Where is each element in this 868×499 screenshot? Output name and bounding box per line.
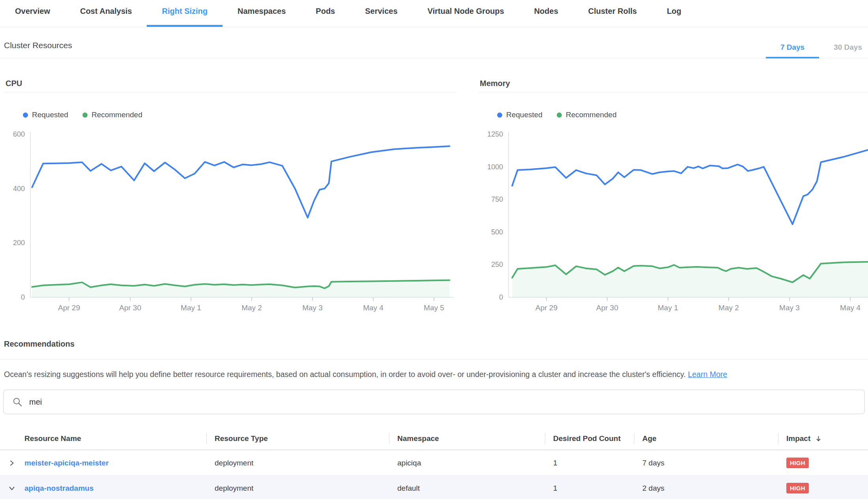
svg-text:May 2: May 2 — [241, 304, 262, 312]
learn-more-link[interactable]: Learn More — [688, 370, 727, 379]
legend-dot-recommended — [82, 113, 88, 118]
legend-item-requested[interactable]: Requested — [23, 111, 68, 119]
column-header-resource-type[interactable]: Resource Type — [206, 428, 389, 449]
svg-text:750: 750 — [491, 195, 503, 203]
impact-badge: HIGH — [786, 483, 809, 493]
tab-pods[interactable]: Pods — [301, 0, 350, 27]
cpu-chart-legend: RequestedRecommended — [23, 111, 456, 119]
tab-virtual-node-groups[interactable]: Virtual Node Groups — [413, 0, 519, 27]
column-header-namespace[interactable]: Namespace — [389, 428, 545, 449]
svg-text:May 1: May 1 — [181, 304, 201, 312]
tab-cluster-rolls[interactable]: Cluster Rolls — [573, 0, 652, 27]
svg-text:500: 500 — [491, 228, 503, 236]
legend-item-recommended[interactable]: Recommended — [557, 111, 617, 119]
search-box[interactable] — [3, 390, 865, 414]
column-label: Impact — [786, 434, 810, 443]
svg-text:0: 0 — [499, 293, 503, 301]
recommendations-heading: Recommendations — [4, 340, 868, 349]
cell-resource-name: meister-apiciqa-meister — [0, 458, 206, 468]
impact-badge: HIGH — [786, 458, 809, 468]
cell-resource-type: deployment — [206, 484, 389, 493]
svg-text:600: 600 — [13, 130, 25, 138]
svg-text:May 2: May 2 — [718, 304, 739, 312]
memory-chart: 025050075010001250Apr 29Apr 30May 1May 2… — [478, 129, 868, 315]
svg-text:May 4: May 4 — [840, 304, 861, 312]
table-row: apiqa-nostradamusdeploymentdefault12 day… — [0, 476, 868, 499]
column-header-impact[interactable]: Impact — [778, 428, 868, 449]
range-30-days[interactable]: 30 Days — [819, 43, 868, 58]
svg-text:Apr 29: Apr 29 — [58, 304, 80, 312]
svg-text:May 4: May 4 — [363, 304, 383, 312]
expand-row-button[interactable] — [7, 458, 17, 468]
svg-text:1000: 1000 — [487, 163, 503, 171]
tab-log[interactable]: Log — [652, 0, 696, 27]
cell-resource-type: deployment — [206, 459, 389, 467]
svg-text:Apr 30: Apr 30 — [596, 304, 618, 312]
memory-chart-legend: RequestedRecommended — [497, 111, 868, 119]
memory-chart-title: Memory — [478, 79, 868, 92]
cpu-chart-panel: CPU RequestedRecommended 0200400600Apr 2… — [4, 79, 456, 315]
cell-age: 2 days — [634, 484, 778, 493]
cell-impact: HIGH — [778, 483, 868, 493]
range-7-days[interactable]: 7 Days — [766, 43, 819, 58]
column-header-age[interactable]: Age — [634, 428, 778, 449]
column-label: Resource Name — [24, 434, 81, 443]
tab-bar: OverviewCost AnalysisRight SizingNamespa… — [0, 0, 868, 27]
column-label: Resource Type — [215, 434, 268, 443]
cpu-chart-title: CPU — [4, 79, 456, 92]
tab-cost-analysis[interactable]: Cost Analysis — [65, 0, 147, 27]
tab-nodes[interactable]: Nodes — [519, 0, 573, 27]
svg-text:200: 200 — [13, 239, 25, 247]
svg-text:1250: 1250 — [487, 130, 503, 138]
collapse-row-button[interactable] — [7, 484, 17, 493]
section-title: Cluster Resources — [4, 41, 72, 58]
legend-label: Requested — [506, 111, 542, 119]
legend-dot-recommended — [557, 113, 562, 118]
cell-namespace: apiciqa — [389, 459, 545, 467]
chevron-right-icon — [9, 460, 15, 466]
tab-right-sizing[interactable]: Right Sizing — [147, 0, 223, 27]
legend-label: Recommended — [566, 111, 617, 119]
column-header-desired-pod-count[interactable]: Desired Pod Count — [545, 428, 634, 449]
tab-namespaces[interactable]: Namespaces — [223, 0, 301, 27]
recommendations-description-text: Ocean's resizing suggestions will help y… — [4, 370, 686, 379]
svg-text:May 3: May 3 — [779, 304, 800, 312]
column-header-resource-name[interactable]: Resource Name — [0, 428, 206, 449]
svg-text:Apr 30: Apr 30 — [119, 304, 141, 312]
recommendations-table: Resource NameResource TypeNamespaceDesir… — [0, 428, 868, 499]
column-label: Namespace — [397, 434, 439, 443]
svg-text:400: 400 — [13, 185, 25, 193]
cell-desired-pod-count: 1 — [545, 484, 634, 493]
legend-item-requested[interactable]: Requested — [497, 111, 542, 119]
svg-text:May 5: May 5 — [424, 304, 444, 312]
cluster-resources-header: Cluster Resources 7 Days30 Days — [0, 27, 868, 58]
svg-text:0: 0 — [21, 293, 25, 301]
resource-link[interactable]: apiqa-nostradamus — [24, 484, 94, 493]
cell-resource-name: apiqa-nostradamus — [0, 484, 206, 493]
time-range-toggle: 7 Days30 Days — [766, 43, 868, 58]
column-label: Desired Pod Count — [553, 434, 621, 443]
cell-age: 7 days — [634, 459, 778, 467]
svg-text:250: 250 — [491, 261, 503, 268]
cell-impact: HIGH — [778, 458, 868, 468]
recommendations-header: Recommendations — [0, 340, 868, 360]
legend-dot-requested — [497, 113, 502, 118]
table-header-row: Resource NameResource TypeNamespaceDesir… — [0, 428, 868, 450]
memory-chart-panel: Memory RequestedRecommended 025050075010… — [478, 79, 868, 315]
cell-namespace: default — [389, 484, 545, 493]
tab-services[interactable]: Services — [350, 0, 412, 27]
svg-text:May 3: May 3 — [302, 304, 323, 312]
column-label: Age — [642, 434, 657, 443]
svg-text:May 1: May 1 — [658, 304, 678, 312]
search-input[interactable] — [29, 398, 857, 407]
svg-text:Apr 29: Apr 29 — [535, 304, 557, 312]
legend-dot-requested — [23, 113, 28, 118]
table-row: meister-apiciqa-meisterdeploymentapiciqa… — [0, 450, 868, 476]
legend-item-recommended[interactable]: Recommended — [82, 111, 142, 119]
resource-link[interactable]: meister-apiciqa-meister — [24, 459, 108, 467]
search-icon — [12, 397, 23, 407]
recommendations-description: Ocean's resizing suggestions will help y… — [4, 370, 864, 379]
cell-desired-pod-count: 1 — [545, 459, 634, 467]
tab-overview[interactable]: Overview — [0, 0, 65, 27]
legend-label: Requested — [32, 111, 68, 119]
